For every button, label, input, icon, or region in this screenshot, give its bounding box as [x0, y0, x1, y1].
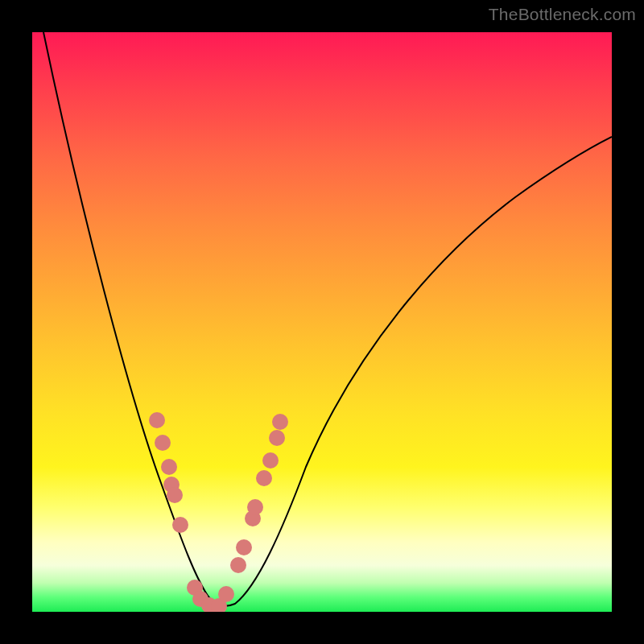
marker-dot — [218, 586, 234, 602]
marker-dot — [269, 430, 285, 446]
marker-dot — [247, 499, 263, 515]
marker-dot — [167, 487, 183, 503]
watermark-text: TheBottleneck.com — [489, 5, 636, 24]
marker-dot — [161, 459, 177, 475]
bottleneck-curve-svg — [32, 32, 612, 612]
chart-frame: TheBottleneck.com — [0, 0, 644, 644]
marker-dot — [272, 414, 288, 430]
plot-area — [32, 32, 612, 612]
bottleneck-curve — [43, 32, 612, 606]
marker-dot — [262, 452, 279, 469]
marker-dot — [236, 539, 252, 555]
marker-dot — [256, 470, 272, 486]
marker-group — [149, 412, 288, 612]
marker-dot — [155, 435, 171, 451]
marker-dot — [149, 412, 165, 428]
marker-dot — [230, 557, 246, 573]
marker-dot — [172, 517, 188, 533]
